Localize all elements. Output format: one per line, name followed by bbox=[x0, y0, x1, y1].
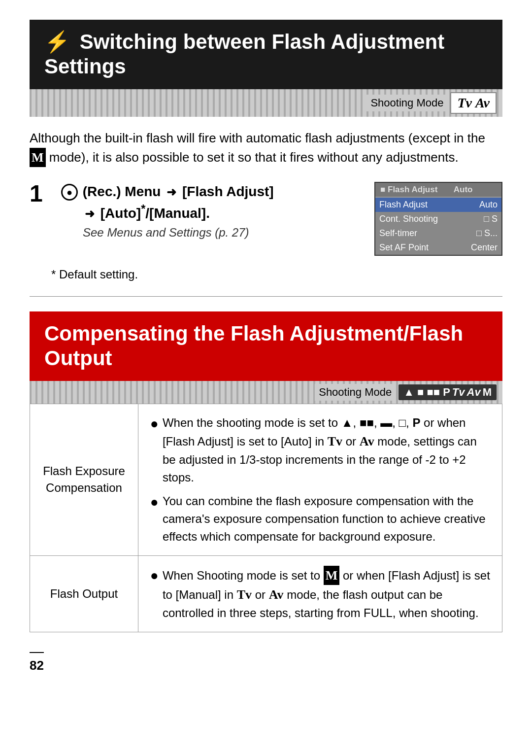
shooting-mode-bar-1: Shooting Mode Tv Av bbox=[30, 89, 502, 117]
flash-icon: ⚡ bbox=[44, 30, 70, 53]
step-content: ● (Rec.) Menu ➜ [Flash Adjust] ➜ [Auto]*… bbox=[61, 182, 363, 240]
table-row-1: Flash ExposureCompensation ● When the sh… bbox=[30, 404, 502, 556]
bullet-item-3: ● When Shooting mode is set to M or when… bbox=[150, 566, 490, 622]
shooting-mode-value-1: Tv Av bbox=[450, 92, 497, 114]
camera-icon: ● bbox=[61, 184, 78, 201]
bullet-text-1: When the shooting mode is set to ▲, ■■, … bbox=[163, 414, 490, 486]
m-mode-table: M bbox=[324, 566, 340, 585]
bullet-dot-2: ● bbox=[150, 492, 159, 512]
shooting-mode-label-1: Shooting Mode bbox=[366, 95, 447, 111]
table-cell-right-1: ● When the shooting mode is set to ▲, ■■… bbox=[138, 404, 502, 555]
bullet-text-3: When Shooting mode is set to M or when [… bbox=[163, 566, 490, 622]
section2-title-box: Compensating the Flash Adjustment/Flash … bbox=[30, 311, 502, 381]
step-1-row: 1 ● (Rec.) Menu ➜ [Flash Adjust] ➜ [Auto… bbox=[30, 182, 502, 256]
table-row-2: Flash Output ● When Shooting mode is set… bbox=[30, 556, 502, 632]
screenshot-row-4: Set AF PointCenter bbox=[375, 241, 501, 255]
step-screenshot: ■ Flash Adjust Auto Flash AdjustAuto Con… bbox=[374, 182, 502, 256]
table-cell-left-1: Flash ExposureCompensation bbox=[30, 404, 138, 555]
default-setting: * Default setting. bbox=[51, 268, 502, 281]
shooting-mode-bar-2: Shooting Mode ▲ ■ ■■ P Tv Av M bbox=[30, 381, 502, 404]
table-cell-right-2: ● When Shooting mode is set to M or when… bbox=[138, 556, 502, 632]
bullet-item-1: ● When the shooting mode is set to ▲, ■■… bbox=[150, 414, 490, 486]
screenshot-header: ■ Flash Adjust Auto bbox=[375, 183, 501, 197]
step-number: 1 bbox=[30, 182, 49, 206]
screenshot-row-1: Flash AdjustAuto bbox=[375, 198, 501, 212]
page-number: 82 bbox=[30, 652, 44, 673]
shooting-mode-label-2: Shooting Mode bbox=[315, 384, 396, 401]
flash-output-label: Flash Output bbox=[50, 585, 118, 602]
bullet-dot-1: ● bbox=[150, 414, 159, 433]
bullet-dot-3: ● bbox=[150, 566, 159, 585]
step-main-text: ● (Rec.) Menu ➜ [Flash Adjust] ➜ [Auto]*… bbox=[61, 182, 363, 223]
screenshot-row-3: Self-timer□ S... bbox=[375, 226, 501, 241]
bullet-text-2: You can combine the flash exposure compe… bbox=[163, 492, 490, 546]
bullet-item-2: ● You can combine the flash exposure com… bbox=[150, 492, 490, 546]
divider bbox=[30, 296, 502, 297]
intro-text: Although the built-in flash will fire wi… bbox=[30, 129, 502, 167]
section2-title: Compensating the Flash Adjustment/Flash … bbox=[44, 321, 488, 371]
step-sub-text: See Menus and Settings (p. 27) bbox=[83, 226, 363, 240]
section1-title: ⚡ Switching between Flash Adjustment Set… bbox=[44, 30, 488, 79]
section1-title-box: ⚡ Switching between Flash Adjustment Set… bbox=[30, 20, 502, 89]
m-mode-inline: M bbox=[30, 148, 46, 167]
compensation-table: Flash ExposureCompensation ● When the sh… bbox=[30, 404, 502, 632]
shooting-mode-icons-2: ▲ ■ ■■ P Tv Av M bbox=[399, 384, 497, 400]
flash-exposure-compensation-label: Flash ExposureCompensation bbox=[43, 463, 125, 496]
screenshot-row-2: Cont. Shooting□ S bbox=[375, 212, 501, 226]
table-cell-left-2: Flash Output bbox=[30, 556, 138, 632]
